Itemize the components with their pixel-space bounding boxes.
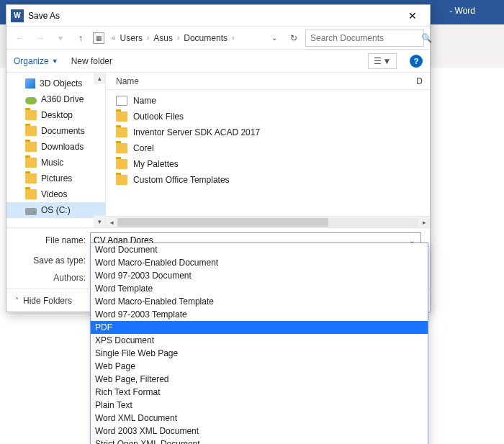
tree-scroll-down[interactable]: ▾	[94, 216, 105, 227]
folder-icon	[116, 112, 127, 122]
tree-item-label: Pictures	[41, 173, 72, 184]
tree-item-label: A360 Drive	[41, 94, 84, 104]
folder-icon	[25, 126, 37, 136]
save-type-option[interactable]: Word Macro-Enabled Document	[91, 256, 428, 269]
save-type-option[interactable]: Web Page, Filtered	[91, 373, 428, 386]
save-type-option[interactable]: Word 97-2003 Document	[91, 269, 428, 282]
crumb-documents[interactable]: Documents	[184, 33, 228, 43]
save-type-dropdown-list[interactable]: Word DocumentWord Macro-Enabled Document…	[90, 243, 428, 444]
nav-back-button[interactable]: ←	[12, 30, 28, 46]
breadcrumb: « Users › Asus › Documents ›	[109, 33, 262, 43]
refresh-button[interactable]: ↻	[287, 31, 301, 45]
help-button[interactable]: ?	[410, 55, 423, 68]
cube-icon	[25, 78, 35, 89]
tree-item-label: Desktop	[41, 110, 73, 120]
nav-forward-button[interactable]: →	[32, 30, 48, 46]
hide-folders-label: Hide Folders	[23, 296, 72, 306]
cloud-icon	[25, 97, 37, 104]
tree-item[interactable]: Downloads	[6, 139, 105, 155]
new-folder-button[interactable]: New folder	[71, 56, 112, 66]
tree-item[interactable]: Videos	[6, 186, 105, 202]
file-row[interactable]: Custom Office Templates	[106, 172, 430, 188]
save-type-option[interactable]: PDF	[91, 321, 428, 334]
save-type-option[interactable]: Rich Text Format	[91, 386, 428, 399]
crumb-users[interactable]: Users	[120, 33, 143, 43]
chevron-right-icon: ›	[147, 34, 149, 42]
tree-item-label: Documents	[41, 126, 85, 136]
search-icon[interactable]: 🔍	[421, 33, 432, 43]
tree-item-label: Music	[41, 158, 63, 168]
organize-button[interactable]: Organize ▼	[14, 56, 58, 66]
folder-icon	[25, 142, 37, 152]
file-row-label: Inventor Server SDK ACAD 2017	[133, 127, 260, 137]
file-list-hscroll[interactable]: ◂ ▸	[106, 216, 430, 227]
tree-item[interactable]: Pictures	[6, 171, 105, 186]
save-type-option[interactable]: XPS Document	[91, 334, 428, 347]
tree-scroll-up[interactable]: ▴	[94, 73, 105, 84]
file-list-body[interactable]: NameOutlook FilesInventor Server SDK ACA…	[106, 90, 430, 216]
file-row-label: Corel	[133, 143, 154, 153]
save-type-label: Save as type:	[15, 255, 86, 266]
dialog-body: ▴ ▾ 3D ObjectsA360 DriveDesktopDocuments…	[6, 73, 430, 227]
hscroll-thumb[interactable]	[117, 218, 328, 227]
nav-up-button[interactable]: ↑	[73, 30, 89, 46]
folder-icon	[25, 173, 37, 184]
file-row-label: Outlook Files	[133, 112, 184, 122]
file-row[interactable]: Outlook Files	[106, 109, 430, 124]
save-type-option[interactable]: Web Page	[91, 360, 428, 373]
save-type-option[interactable]: Word 97-2003 Template	[91, 308, 428, 321]
dialog-toolbar: Organize ▼ New folder ☰ ▼ ?	[6, 50, 430, 73]
chevron-right-icon: ›	[232, 34, 234, 42]
folder-tree: ▴ ▾ 3D ObjectsA360 DriveDesktopDocuments…	[6, 73, 106, 227]
nav-recent-button[interactable]: ▾	[53, 30, 68, 46]
save-type-option[interactable]: Single File Web Page	[91, 347, 428, 360]
file-row[interactable]: My Palettes	[106, 156, 430, 172]
save-type-option[interactable]: Word Template	[91, 282, 428, 295]
tree-item[interactable]: OS (C:)	[6, 202, 105, 218]
close-button[interactable]: ✕	[398, 6, 427, 26]
drive-icon	[25, 208, 37, 215]
view-options-button[interactable]: ☰ ▼	[368, 53, 397, 69]
save-type-option[interactable]: Word Document	[91, 243, 428, 256]
search-input[interactable]	[310, 33, 418, 43]
folder-icon	[116, 143, 127, 153]
column-header-name[interactable]: Name	[116, 76, 416, 86]
save-type-option[interactable]: Word 2003 XML Document	[91, 425, 428, 438]
file-list-header[interactable]: Name D	[106, 73, 430, 90]
hscroll-track[interactable]	[117, 218, 418, 227]
tree-item-label: Videos	[41, 189, 67, 199]
hscroll-right[interactable]: ▸	[418, 217, 430, 228]
file-row[interactable]: Corel	[106, 140, 430, 156]
word-title-suffix: - Word	[449, 6, 475, 16]
file-name-label: File name:	[15, 235, 86, 245]
folder-icon	[116, 159, 127, 169]
search-box[interactable]: 🔍	[305, 30, 424, 47]
save-type-option[interactable]: Word XML Document	[91, 412, 428, 425]
file-row[interactable]: Inventor Server SDK ACAD 2017	[106, 124, 430, 140]
tree-item[interactable]: Desktop	[6, 107, 105, 123]
folder-icon	[116, 175, 127, 185]
column-header-date[interactable]: D	[416, 76, 423, 86]
dialog-title: Save As	[28, 11, 398, 21]
tree-item-label: OS (C:)	[41, 205, 71, 215]
tree-item[interactable]: 3D Objects	[6, 76, 105, 91]
tree-item[interactable]: Documents	[6, 123, 105, 139]
tree-item-label: Downloads	[41, 142, 84, 152]
path-folder-icon[interactable]: ▦	[93, 32, 104, 44]
authors-label: Authors:	[15, 273, 86, 283]
crumb-asus[interactable]: Asus	[153, 33, 173, 43]
save-type-option[interactable]: Word Macro-Enabled Template	[91, 295, 428, 308]
file-row[interactable]: Name	[106, 93, 430, 109]
organize-label: Organize	[14, 56, 49, 66]
hscroll-left[interactable]: ◂	[106, 217, 117, 228]
file-row-label: Custom Office Templates	[133, 175, 230, 185]
path-dropdown-button[interactable]: ⌄	[266, 30, 282, 46]
tree-item[interactable]: A360 Drive	[6, 91, 105, 107]
hide-folders-button[interactable]: ˄ Hide Folders	[15, 296, 72, 306]
save-type-option[interactable]: Strict Open XML Document	[91, 438, 428, 444]
folder-icon	[25, 189, 37, 199]
tree-item[interactable]: Music	[6, 155, 105, 171]
save-type-option[interactable]: Plain Text	[91, 399, 428, 412]
crumb-root-icon[interactable]: «	[112, 34, 116, 42]
word-app-icon: W	[11, 9, 24, 22]
